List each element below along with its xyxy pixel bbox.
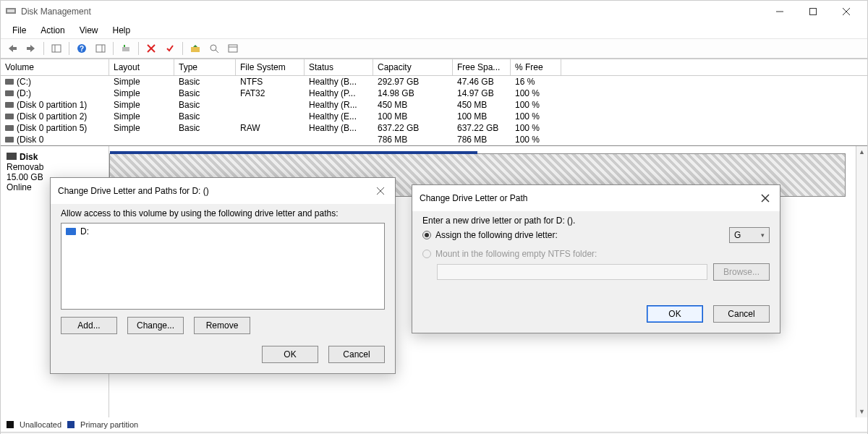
- partition-legend: Unallocated Primary partition: [1, 417, 867, 432]
- column-layout[interactable]: Layout: [109, 59, 174, 75]
- svg-point-22: [210, 45, 216, 51]
- volume-row[interactable]: (D:)SimpleBasicFAT32Healthy (P...14.98 G…: [1, 88, 867, 99]
- volume-status: [305, 135, 373, 145]
- dialog1-instruction: Allow access to this volume by using the…: [61, 208, 385, 218]
- volume-pct-free: 100 %: [511, 100, 561, 110]
- dialog2-ok-button[interactable]: OK: [647, 305, 703, 323]
- drive-paths-listbox[interactable]: D:: [61, 223, 385, 310]
- folder-up-button[interactable]: [187, 41, 204, 56]
- volume-layout: Simple: [109, 100, 174, 110]
- dialog2-close-button[interactable]: [758, 191, 773, 205]
- volume-free: 100 MB: [453, 111, 511, 122]
- menu-action[interactable]: Action: [35, 24, 70, 37]
- volume-status: Healthy (P...: [305, 88, 373, 98]
- volume-row[interactable]: (Disk 0 partition 2)SimpleBasicHealthy (…: [1, 111, 867, 122]
- volume-icon: [5, 137, 14, 142]
- volume-icon: [5, 79, 14, 85]
- svg-rect-17: [124, 45, 125, 47]
- column-volume[interactable]: Volume: [1, 59, 109, 75]
- volume-icon: [5, 125, 14, 131]
- column-free-space[interactable]: Free Spa...: [453, 59, 511, 75]
- menu-help[interactable]: Help: [107, 24, 137, 37]
- validate-button[interactable]: [161, 41, 179, 56]
- assign-letter-label: Assign the following drive letter:: [435, 230, 558, 240]
- volume-layout: Simple: [109, 123, 174, 133]
- volume-free: 14.97 GB: [453, 88, 511, 98]
- volume-capacity: 786 MB: [373, 135, 453, 145]
- volume-status: Healthy (B...: [305, 77, 373, 87]
- nav-forward-button[interactable]: [22, 41, 40, 56]
- volume-capacity: 14.98 GB: [373, 88, 453, 98]
- dialog2-cancel-button[interactable]: Cancel: [713, 305, 770, 323]
- minimize-button[interactable]: [763, 1, 796, 22]
- drive-letter-select[interactable]: G ▾: [729, 227, 770, 243]
- help-button[interactable]: ?: [73, 41, 90, 56]
- maximize-button[interactable]: [796, 1, 830, 22]
- volume-capacity: 637.22 GB: [373, 123, 453, 133]
- svg-rect-14: [96, 45, 105, 52]
- disk-title: Disk: [20, 152, 38, 162]
- volume-name: (Disk 0 partition 5): [17, 123, 87, 133]
- show-hide-tree-button[interactable]: [48, 41, 65, 56]
- svg-rect-3: [810, 9, 817, 15]
- volume-row[interactable]: (Disk 0 partition 5)SimpleBasicRAWHealth…: [1, 122, 867, 134]
- volume-row[interactable]: (Disk 0 partition 1)SimpleBasicHealthy (…: [1, 99, 867, 111]
- search-button[interactable]: [205, 41, 223, 56]
- volume-name: (Disk 0 partition 2): [17, 111, 87, 122]
- column-filesystem[interactable]: File System: [236, 59, 305, 75]
- vertical-scrollbar[interactable]: ▲ ▼: [856, 146, 867, 417]
- volume-capacity: 100 MB: [373, 111, 453, 122]
- rescan-button[interactable]: [117, 41, 135, 56]
- dialog1-cancel-button[interactable]: Cancel: [328, 346, 385, 363]
- volume-filesystem: [236, 111, 305, 122]
- volume-type: Basic: [174, 77, 236, 87]
- drive-path-item[interactable]: D:: [66, 226, 380, 237]
- properties-button[interactable]: [224, 41, 242, 56]
- dialog1-title: Change Drive Letter and Paths for D: (): [58, 186, 373, 196]
- svg-rect-9: [27, 47, 30, 50]
- volume-row[interactable]: (C:)SimpleBasicNTFSHealthy (B...292.97 G…: [1, 76, 867, 88]
- dialog2-title: Change Drive Letter or Path: [420, 193, 758, 203]
- chevron-down-icon: ▾: [761, 231, 765, 239]
- toolbar-separator: [138, 42, 139, 55]
- change-button[interactable]: Change...: [127, 317, 184, 334]
- scroll-down-icon[interactable]: ▼: [856, 406, 867, 417]
- volume-type: Basic: [174, 100, 236, 110]
- column-capacity[interactable]: Capacity: [373, 59, 453, 75]
- column-pct-free[interactable]: % Free: [511, 59, 561, 75]
- volume-list-header: Volume Layout Type File System Status Ca…: [1, 59, 867, 76]
- mount-path-input: [437, 264, 707, 280]
- volume-layout: Simple: [109, 111, 174, 122]
- assign-letter-radio[interactable]: Assign the following drive letter:: [422, 230, 558, 240]
- disk-icon: [7, 153, 17, 160]
- svg-rect-10: [52, 45, 61, 52]
- add-button[interactable]: Add...: [61, 317, 117, 334]
- scroll-up-icon[interactable]: ▲: [856, 146, 867, 158]
- dialog1-ok-button[interactable]: OK: [262, 346, 318, 363]
- svg-rect-20: [191, 47, 200, 52]
- window-title: Disk Management: [21, 7, 763, 17]
- toolbar-separator: [43, 42, 44, 55]
- svg-marker-6: [9, 45, 13, 52]
- change-drive-letter-or-path-dialog: Change Drive Letter or Path Enter a new …: [412, 184, 780, 333]
- volume-capacity: 292.97 GB: [373, 77, 453, 87]
- svg-rect-16: [122, 47, 129, 51]
- remove-button[interactable]: Remove: [194, 317, 250, 334]
- dialog1-close-button[interactable]: [373, 184, 388, 198]
- volume-list[interactable]: (C:)SimpleBasicNTFSHealthy (B...292.97 G…: [1, 76, 867, 145]
- volume-type: Basic: [174, 123, 236, 133]
- close-button[interactable]: [830, 1, 863, 22]
- volume-free: 47.46 GB: [453, 77, 511, 87]
- drive-icon: [66, 228, 76, 235]
- menu-view[interactable]: View: [74, 24, 104, 37]
- volume-row[interactable]: (Disk 0786 MB786 MB100 %: [1, 134, 867, 145]
- action-pane-button[interactable]: [92, 41, 109, 56]
- column-status[interactable]: Status: [305, 59, 373, 75]
- menu-file[interactable]: File: [7, 24, 32, 37]
- column-type[interactable]: Type: [174, 59, 236, 75]
- delete-button[interactable]: [142, 41, 160, 56]
- legend-primary-label: Primary partition: [80, 420, 138, 429]
- nav-back-button[interactable]: [4, 41, 21, 56]
- volume-status: Healthy (E...: [305, 111, 373, 122]
- mount-folder-radio[interactable]: Mount in the following empty NTFS folder…: [422, 249, 770, 259]
